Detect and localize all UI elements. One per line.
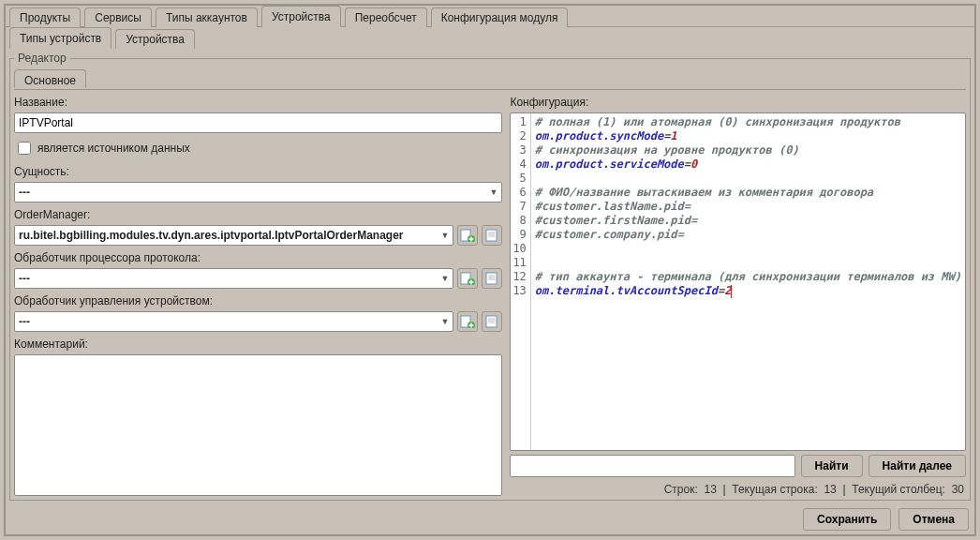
status-bar: Строк: 13 | Текущая строка: 13 | Текущий… [510, 481, 966, 496]
tab-devices[interactable]: Устройства [261, 6, 341, 27]
entity-dropdown[interactable]: --- ▼ [14, 182, 502, 202]
entity-label: Сущность: [14, 165, 502, 178]
tab-module-config[interactable]: Конфигурация модуля [431, 8, 569, 27]
is-data-source-label: является источником данных [37, 142, 190, 155]
name-input[interactable] [14, 112, 502, 133]
page-icon [484, 272, 499, 285]
save-button[interactable]: Сохранить [803, 508, 891, 531]
is-data-source-checkbox[interactable] [18, 142, 31, 155]
page-plus-icon [460, 272, 475, 285]
secondary-tabs: Типы устройств Устройства [6, 28, 974, 49]
top-tabs: Продукты Сервисы Типы аккаунтов Устройст… [6, 7, 974, 27]
open-class-button[interactable] [482, 311, 502, 332]
device-mgmt-dropdown[interactable]: --- ▼ [14, 311, 453, 332]
svg-rect-4 [486, 230, 497, 241]
chevron-down-icon: ▼ [489, 188, 497, 197]
tab-devices-list[interactable]: Устройства [115, 29, 195, 49]
chevron-down-icon: ▼ [440, 231, 449, 240]
tab-account-types[interactable]: Типы аккаунтов [156, 8, 258, 27]
chevron-down-icon: ▼ [440, 274, 449, 283]
svg-rect-20 [486, 316, 497, 327]
chevron-down-icon: ▼ [440, 317, 449, 326]
add-class-button[interactable] [457, 225, 478, 246]
tab-device-types[interactable]: Типы устройств [9, 27, 111, 49]
page-icon [484, 315, 499, 328]
order-manager-label: OrderManager: [14, 208, 502, 221]
comment-label: Комментарий: [14, 338, 502, 351]
tab-products[interactable]: Продукты [9, 8, 81, 27]
add-class-button[interactable] [457, 311, 478, 332]
open-class-button[interactable] [482, 225, 502, 246]
find-next-button[interactable]: Найти далее [869, 455, 966, 477]
tab-services[interactable]: Сервисы [84, 8, 152, 27]
open-class-button[interactable] [482, 268, 502, 289]
name-label: Название: [14, 96, 502, 109]
svg-rect-12 [486, 273, 497, 284]
order-manager-dropdown[interactable]: ru.bitel.bgbilling.modules.tv.dyn.ares.i… [14, 225, 453, 246]
add-class-button[interactable] [457, 268, 478, 289]
proto-handler-dropdown[interactable]: --- ▼ [14, 268, 453, 289]
tab-main[interactable]: Основное [14, 69, 86, 88]
proto-handler-label: Обработчик процессора протокола: [14, 251, 502, 264]
page-plus-icon [460, 229, 475, 242]
editor-fieldset-label: Редактор [14, 52, 70, 65]
config-editor[interactable]: 1 2 3 4 5 6 7 8 9 10 11 12 13 # полная (… [510, 112, 966, 451]
tab-recalc[interactable]: Переобсчет [345, 8, 427, 27]
comment-textarea[interactable] [14, 354, 502, 496]
page-plus-icon [460, 315, 475, 328]
page-icon [484, 229, 499, 242]
find-button[interactable]: Найти [801, 455, 863, 477]
search-input[interactable] [510, 455, 794, 477]
cancel-button[interactable]: Отмена [898, 508, 969, 531]
config-label: Конфигурация: [510, 96, 966, 109]
device-mgmt-label: Обработчик управления устройством: [14, 294, 502, 308]
